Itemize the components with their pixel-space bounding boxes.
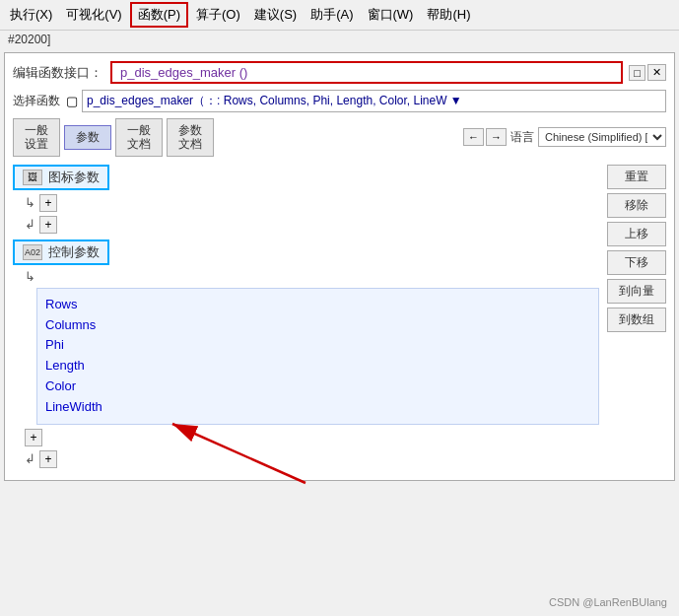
icon-params-section-header[interactable]: 🖼 图标参数 xyxy=(13,165,109,190)
tab-general-settings[interactable]: 一般设置 xyxy=(13,118,60,157)
param-linewidth[interactable]: LineWidth xyxy=(45,397,590,418)
tabs-lang-row: 一般设置 参数 一般文档 参数文档 ← → 语言 Chinese (Simpli… xyxy=(13,118,666,157)
menu-visualize[interactable]: 可视化(V) xyxy=(60,4,127,26)
close-icon-btn[interactable]: ✕ xyxy=(647,64,666,81)
bottom-plus-btn[interactable]: + xyxy=(39,450,57,468)
param-rows[interactable]: Rows xyxy=(45,295,590,315)
func-selector[interactable]: p_dis_edges_maker（：: Rows, Columns, Phi,… xyxy=(82,90,666,112)
btn-to-array[interactable]: 到数组 xyxy=(607,308,666,332)
param-color[interactable]: Color xyxy=(45,376,590,397)
params-plus-btn[interactable]: + xyxy=(25,429,42,446)
menu-execute[interactable]: 执行(X) xyxy=(4,4,58,26)
credit-text: CSDN @LanRenBUlang xyxy=(549,596,667,608)
function-title-row: 编辑函数接口： p_dis_edges_maker () □ ✕ xyxy=(13,61,666,84)
menu-window[interactable]: 窗口(W) xyxy=(362,4,420,26)
indent-arrow-1: ↳ xyxy=(25,195,35,210)
btn-reset[interactable]: 重置 xyxy=(607,165,666,189)
bottom-indent-row: ↲ + xyxy=(25,450,599,468)
menu-help[interactable]: 帮助(H) xyxy=(421,4,476,26)
lang-label: 语言 xyxy=(510,129,534,146)
btn-move-up[interactable]: 上移 xyxy=(607,222,666,246)
icon-indent-row-2: ↲ + xyxy=(25,216,599,234)
tab-params[interactable]: 参数 xyxy=(64,125,111,149)
lang-arrow-right[interactable]: → xyxy=(486,128,507,146)
title-text: #20200] xyxy=(8,33,50,46)
btn-remove[interactable]: 移除 xyxy=(607,193,666,218)
params-list: Rows Columns Phi Length Color LineWidth xyxy=(36,288,599,425)
params-plus-row: + xyxy=(25,429,599,446)
param-columns[interactable]: Columns xyxy=(45,315,590,336)
control-params-header: A02 控制参数 xyxy=(13,240,599,269)
btn-to-vector[interactable]: 到向量 xyxy=(607,279,666,304)
function-name-box[interactable]: p_dis_edges_maker () xyxy=(110,61,623,84)
main-container: 编辑函数接口： p_dis_edges_maker () □ ✕ 选择函数 ▢ … xyxy=(4,52,675,481)
select-func-label: 选择函数 xyxy=(13,93,60,109)
menu-function[interactable]: 函数(P) xyxy=(130,2,188,28)
menu-suggestion[interactable]: 建议(S) xyxy=(248,4,303,26)
control-params-label: 控制参数 xyxy=(48,243,100,261)
tab-general-docs[interactable]: 一般文档 xyxy=(115,118,163,157)
control-params-section-header[interactable]: A02 控制参数 xyxy=(13,240,109,265)
lang-arrow-left[interactable]: ← xyxy=(463,128,484,146)
icon-params-header: 🖼 图标参数 xyxy=(13,165,599,194)
select-func-row: 选择函数 ▢ p_dis_edges_maker（：: Rows, Column… xyxy=(13,90,666,112)
icon-plus-btn-2[interactable]: + xyxy=(39,216,57,234)
left-panel: 🖼 图标参数 ↳ + ↲ + A02 控制参数 xyxy=(13,165,599,472)
param-phi[interactable]: Phi xyxy=(45,335,590,356)
lang-arrows: ← → xyxy=(463,128,507,146)
control-indent-row: ↳ xyxy=(25,269,599,284)
icon-plus-btn-1[interactable]: + xyxy=(39,194,57,212)
icon-params-label: 图标参数 xyxy=(48,169,100,186)
tab-param-docs[interactable]: 参数文档 xyxy=(167,118,214,157)
icon-indent-row-1: ↳ + xyxy=(25,194,599,212)
lang-select[interactable]: Chinese (Simplified) [zh_( xyxy=(538,127,666,147)
right-panel: 重置 移除 上移 下移 到向量 到数组 xyxy=(607,165,666,472)
function-name-text: p_dis_edges_maker () xyxy=(120,65,247,80)
content-area: 🖼 图标参数 ↳ + ↲ + A02 控制参数 xyxy=(13,165,666,472)
corner-symbol-2: ↲ xyxy=(25,451,35,466)
editor-label: 编辑函数接口： xyxy=(13,64,102,82)
control-params-icon: A02 xyxy=(23,244,42,260)
indent-arrow-2: ↳ xyxy=(25,269,35,284)
lang-section: ← → 语言 Chinese (Simplified) [zh_( xyxy=(463,127,666,147)
icon-params-icon: 🖼 xyxy=(23,170,42,185)
restore-icon-btn[interactable]: □ xyxy=(629,65,645,81)
btn-move-down[interactable]: 下移 xyxy=(607,250,666,275)
menu-operator[interactable]: 算子(O) xyxy=(190,4,246,26)
title-bar: #20200] xyxy=(0,31,679,48)
corner-symbol-1: ↲ xyxy=(25,217,35,232)
param-length[interactable]: Length xyxy=(45,356,590,376)
menu-assistant[interactable]: 助手(A) xyxy=(305,4,359,26)
menubar: 执行(X) 可视化(V) 函数(P) 算子(O) 建议(S) 助手(A) 窗口(… xyxy=(0,0,679,31)
